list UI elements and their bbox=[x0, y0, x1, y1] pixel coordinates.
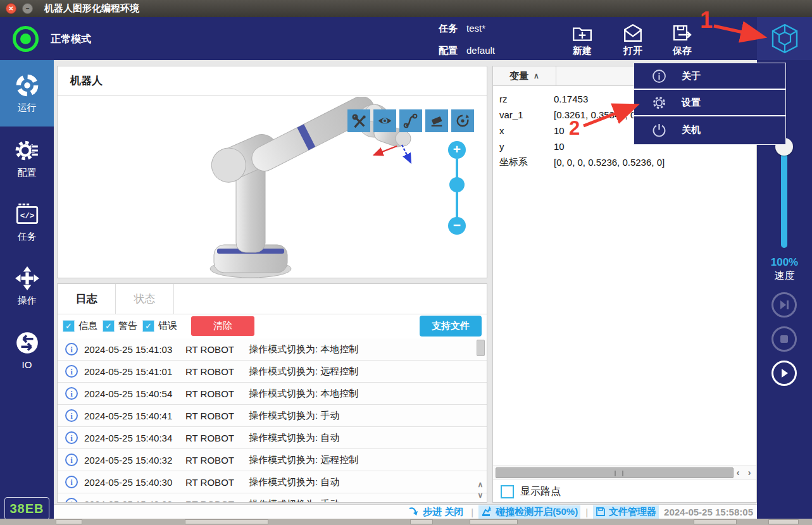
log-panel: 日志 状态 ✓ 信息 ✓ 警告 ✓ 错误 清除 支持文件 i 2024-05-2… bbox=[57, 283, 487, 503]
run-icon bbox=[15, 73, 40, 98]
log-row: i 2024-05-25 15:40:54 RT ROBOT 操作模式切换为: … bbox=[58, 383, 487, 405]
zoom-in-button[interactable]: + bbox=[448, 141, 466, 159]
log-filter-row: ✓ 信息 ✓ 警告 ✓ 错误 清除 支持文件 bbox=[58, 314, 487, 338]
new-button[interactable]: 新建 bbox=[560, 23, 604, 57]
log-scrollbar[interactable] bbox=[477, 340, 485, 356]
scroll-right-icon[interactable]: › bbox=[744, 466, 755, 479]
divider: | bbox=[471, 507, 473, 517]
checkbox-checked-icon[interactable]: ✓ bbox=[142, 320, 154, 332]
scroll-left-icon[interactable]: ‹ bbox=[732, 466, 744, 479]
stop-icon bbox=[779, 334, 789, 344]
info-icon: i bbox=[65, 454, 78, 466]
checkbox-unchecked-icon[interactable] bbox=[501, 485, 514, 498]
robot-panel: 机器人 bbox=[57, 66, 487, 278]
collision-detection-status[interactable]: 碰撞检测开启(50%) bbox=[478, 505, 580, 519]
tools-button[interactable] bbox=[347, 109, 370, 132]
log-tabs: 日志 状态 bbox=[58, 284, 487, 314]
sidebar-item-io[interactable]: IO bbox=[0, 318, 54, 382]
skip-next-icon bbox=[778, 299, 790, 311]
filter-warning[interactable]: ✓ 警告 bbox=[103, 320, 137, 332]
close-button[interactable]: ✕ bbox=[6, 3, 16, 14]
variable-row[interactable]: 坐标系 [0, 0, 0, 0.5236, 0.5236, 0] bbox=[493, 154, 756, 170]
info-icon: i bbox=[65, 431, 78, 444]
open-file-icon bbox=[622, 23, 644, 43]
robot-panel-title: 机器人 bbox=[58, 66, 487, 96]
gear-lines-icon bbox=[15, 138, 40, 163]
info-icon: i bbox=[65, 365, 78, 378]
filter-info[interactable]: ✓ 信息 bbox=[63, 320, 97, 332]
filter-error[interactable]: ✓ 错误 bbox=[142, 320, 177, 332]
log-row: i 2024-05-25 15:40:34 RT ROBOT 操作模式切换为: … bbox=[58, 427, 487, 449]
zoom-out-button[interactable]: − bbox=[448, 217, 466, 235]
app-logo-icon bbox=[768, 22, 801, 55]
rotate-icon bbox=[455, 113, 470, 128]
status-timestamp: 2024-05-25 15:58:05 bbox=[664, 507, 753, 517]
menu-item-shutdown[interactable]: 关机 bbox=[634, 116, 785, 143]
sidebar-item-config[interactable]: 配置 bbox=[0, 127, 54, 190]
open-button[interactable]: 打开 bbox=[611, 23, 655, 57]
eraser-icon bbox=[429, 113, 444, 128]
menu-item-settings[interactable]: 设置 bbox=[634, 90, 785, 116]
speed-label: 速度 bbox=[757, 269, 812, 283]
gear-icon bbox=[652, 96, 666, 110]
support-files-button[interactable]: 支持文件 bbox=[420, 316, 482, 337]
eraser-button[interactable] bbox=[425, 109, 448, 132]
info-icon: i bbox=[65, 498, 78, 502]
config-label: 配置 bbox=[439, 45, 458, 56]
speed-slider-track[interactable] bbox=[781, 147, 787, 248]
tab-log[interactable]: 日志 bbox=[58, 284, 116, 314]
play-button[interactable] bbox=[771, 361, 797, 386]
minimize-button[interactable]: – bbox=[22, 3, 33, 14]
chevron-up-icon: ∧ bbox=[534, 71, 539, 80]
info-icon: i bbox=[65, 409, 78, 422]
scroll-up-icon[interactable]: ∧ bbox=[475, 479, 485, 490]
status-bar: 步进 关闭 | 碰撞检测开启(50%) | 文件管理器 2024-05-25 1… bbox=[54, 504, 757, 519]
config-row: 配置default bbox=[439, 45, 495, 57]
sidebar-item-run[interactable]: 运行 bbox=[0, 60, 54, 127]
rotate-view-button[interactable] bbox=[451, 109, 474, 132]
svg-text:</>: </> bbox=[20, 211, 34, 221]
zoom-slider-handle[interactable] bbox=[449, 177, 465, 192]
info-icon: i bbox=[65, 476, 78, 488]
log-list[interactable]: i 2024-05-25 15:41:03 RT ROBOT 操作模式切换为: … bbox=[58, 338, 487, 502]
collision-icon bbox=[481, 506, 492, 517]
scroll-down-icon[interactable]: ∨ bbox=[475, 490, 485, 501]
checkbox-checked-icon[interactable]: ✓ bbox=[63, 320, 75, 332]
stop-button[interactable] bbox=[771, 326, 797, 352]
step-icon bbox=[408, 507, 420, 517]
task-value: test* bbox=[466, 23, 485, 34]
new-folder-icon bbox=[572, 23, 593, 43]
clear-log-button[interactable]: 清除 bbox=[191, 316, 254, 336]
hscroll-thumb[interactable] bbox=[496, 467, 734, 478]
log-scroll-arrows[interactable]: ∧ ∨ bbox=[475, 479, 485, 501]
app-menu-button[interactable] bbox=[757, 17, 812, 60]
show-waypoints-row[interactable]: 显示路点 bbox=[501, 485, 561, 498]
file-manager-button[interactable]: 文件管理器 bbox=[593, 505, 659, 519]
checkbox-checked-icon[interactable]: ✓ bbox=[103, 320, 115, 332]
log-row: i 2024-05-25 15:40:30 RT ROBOT 操作模式切换为: … bbox=[58, 471, 487, 493]
bottom-strip bbox=[0, 519, 812, 525]
menu-item-about[interactable]: 关于 bbox=[634, 63, 785, 90]
speed-percent: 100% bbox=[757, 256, 812, 269]
log-row: i 2024-05-25 15:40:41 RT ROBOT 操作模式切换为: … bbox=[58, 405, 487, 427]
mode-indicator-icon bbox=[13, 26, 39, 52]
sidebar-item-task[interactable]: </> 任务 bbox=[0, 190, 54, 254]
tab-status[interactable]: 状态 bbox=[116, 284, 174, 314]
robot-toolbar bbox=[347, 109, 474, 132]
visibility-button[interactable] bbox=[373, 109, 396, 132]
save-button[interactable]: 保存 bbox=[660, 23, 704, 57]
log-row: i 2024-05-25 15:40:08 RT ROBOT 操作模式切换为: … bbox=[58, 493, 487, 502]
step-mode-status[interactable]: 步进 关闭 bbox=[406, 505, 466, 519]
titlebar: ✕ – 机器人图形化编程环境 bbox=[0, 0, 812, 17]
mode-label: 正常模式 bbox=[51, 33, 91, 46]
app-window: ✕ – 机器人图形化编程环境 正常模式 任务test* 配置default 新建… bbox=[0, 0, 812, 525]
eye-icon bbox=[377, 113, 392, 128]
tools-icon bbox=[351, 113, 366, 128]
variables-hscrollbar[interactable]: ‹ › bbox=[493, 466, 756, 479]
log-row: i 2024-05-25 15:41:03 RT ROBOT 操作模式切换为: … bbox=[58, 338, 487, 361]
step-next-button[interactable] bbox=[771, 292, 797, 318]
sidebar-item-operate[interactable]: 操作 bbox=[0, 254, 54, 318]
variables-header-cell[interactable]: 变量 ∧ bbox=[493, 66, 556, 85]
path-button[interactable] bbox=[399, 109, 422, 132]
power-icon bbox=[652, 123, 666, 137]
